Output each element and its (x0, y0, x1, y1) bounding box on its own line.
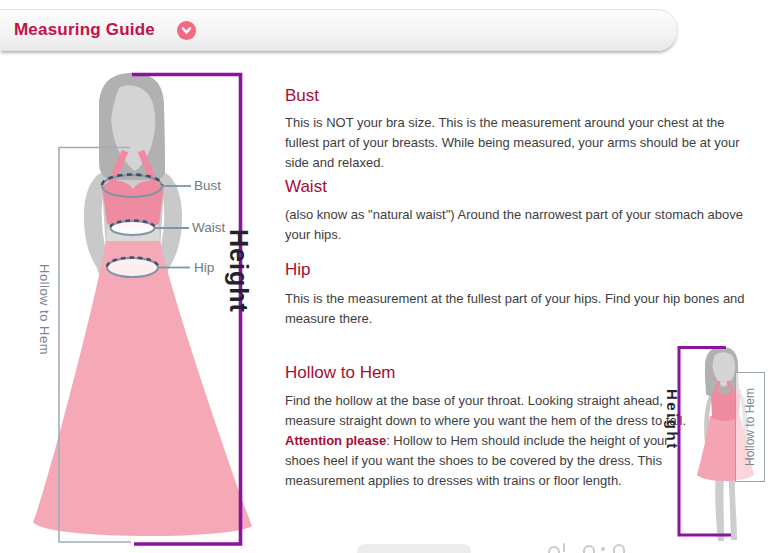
hollow-to-hem-label-box: Hollow to Hem (735, 372, 765, 482)
attention-label: Attention please (285, 433, 386, 448)
measuring-guide-page: Measuring Guide (0, 0, 778, 553)
section-heading-waist: Waist (285, 177, 327, 197)
height-axis-label-small: Height (664, 389, 681, 451)
section-heading-hip: Hip (285, 260, 311, 280)
section-body-waist: (also know as "natural waist") Around th… (285, 205, 755, 245)
cropped-element-hint (357, 544, 471, 553)
bust-callout-label: Bust (194, 178, 221, 193)
waist-callout-label: Waist (192, 220, 225, 235)
cropped-text-hint (583, 545, 595, 553)
chevron-down-icon (177, 21, 196, 40)
cropped-text-hint (601, 547, 605, 551)
collapse-toggle-button[interactable] (177, 21, 196, 40)
section-body-hip: This is the measurement at the fullest p… (285, 289, 755, 329)
cropped-text-hint (563, 543, 565, 552)
cropped-text-hint (613, 544, 625, 553)
hollow-body-text: Find the hollow at the base of your thro… (285, 393, 686, 428)
measuring-guide-header-bar[interactable]: Measuring Guide (0, 9, 678, 51)
height-axis-label: Height (224, 229, 253, 313)
page-title: Measuring Guide (14, 20, 155, 40)
cropped-text-hint (548, 546, 560, 553)
section-heading-bust: Bust (285, 86, 319, 106)
section-heading-hollow-to-hem: Hollow to Hem (285, 363, 396, 383)
section-body-bust: This is NOT your bra size. This is the m… (285, 113, 755, 173)
hollow-to-hem-axis-label-small: Hollow to Hem (743, 388, 757, 466)
hollow-to-hem-axis-label: Hollow to Hem (37, 264, 52, 355)
hip-callout-label: Hip (194, 260, 214, 275)
